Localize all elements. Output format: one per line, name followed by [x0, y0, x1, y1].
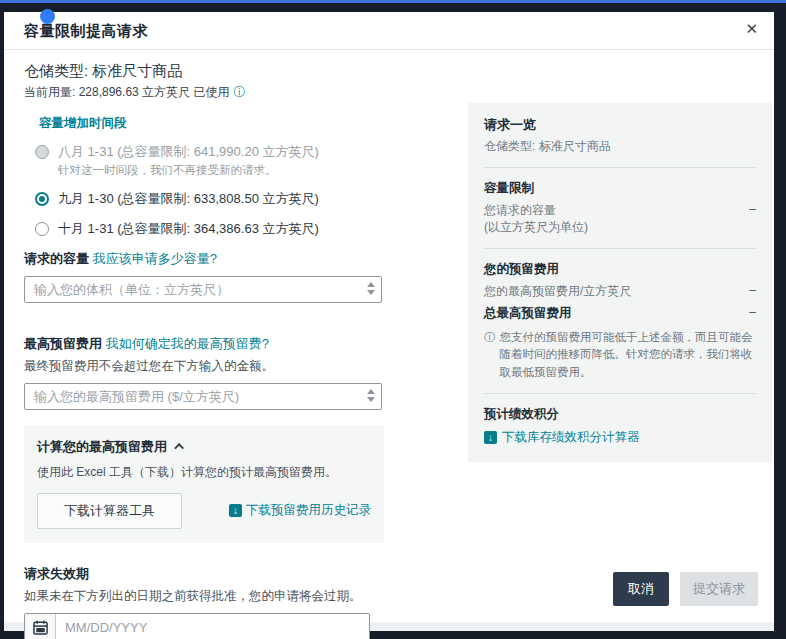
- current-usage-text: 当前用量: 228,896.63 立方英尺 已使用: [24, 84, 229, 101]
- info-icon: ⓘ: [484, 329, 496, 381]
- performance-calculator-link[interactable]: ↓ 下载库存绩效积分计算器: [484, 429, 756, 446]
- capacity-increase-dialog: 容量限制提高请求 ✕ 仓储类型: 标准尺寸商品 当前用量: 228,896.63…: [4, 12, 774, 622]
- expiry-label: 请求失效期: [24, 565, 424, 583]
- period-option-september[interactable]: 九月 1-30 (总容量限制: 633,808.50 立方英尺): [35, 191, 424, 207]
- collapse-chevron-icon[interactable]: [174, 443, 184, 453]
- capacity-limit-title: 容量限制: [484, 180, 756, 197]
- max-fee-stepper[interactable]: [367, 389, 375, 402]
- fee-history-link[interactable]: ↓ 下载预留费用历史记录: [229, 502, 371, 519]
- summary-row-sublabel: (以立方英尺为单位): [484, 219, 756, 236]
- fee-disclaimer: ⓘ 您支付的预留费用可能低于上述金额，而且可能会随着时间的推移而降低。针对您的请…: [484, 329, 756, 381]
- current-usage-line: 当前用量: 228,896.63 立方英尺 已使用 ⓘ: [24, 84, 424, 101]
- divider: [484, 393, 756, 394]
- radio-disabled-icon[interactable]: [35, 145, 49, 159]
- period-option-label: 九月 1-30 (总容量限制: 633,808.50 立方英尺): [58, 191, 319, 207]
- divider: [484, 167, 756, 168]
- period-option-october[interactable]: 十月 1-31 (总容量限制: 364,386.63 立方英尺): [35, 221, 424, 237]
- summary-row-value: –: [749, 283, 756, 297]
- fee-disclaimer-text: 您支付的预留费用可能低于上述金额，而且可能会随着时间的推移而降低。针对您的请求，…: [500, 329, 757, 381]
- period-option-note: 针对这一时间段，我们不再接受新的请求。: [58, 163, 319, 178]
- divider: [484, 248, 756, 249]
- period-radio-group: 八月 1-31 (总容量限制: 641,990.20 立方英尺) 针对这一时间段…: [35, 144, 424, 237]
- summary-row-label: 您请求的容量: [484, 202, 556, 219]
- radio-selected-icon[interactable]: [35, 192, 49, 206]
- requested-capacity-field: [24, 276, 382, 303]
- total-fee-summary-row: 总最高预留费用 –: [484, 305, 756, 322]
- max-fee-input[interactable]: [24, 383, 382, 410]
- calculator-box: 计算您的最高预留费用 使用此 Excel 工具（下载）计算您的预计最高预留费用。…: [24, 426, 384, 543]
- requested-capacity-summary-row: 您请求的容量 –: [484, 202, 756, 219]
- submit-request-button[interactable]: 提交请求: [680, 572, 758, 606]
- cancel-button[interactable]: 取消: [613, 572, 669, 606]
- download-icon: ↓: [229, 504, 242, 517]
- capacity-help-link[interactable]: 我应该申请多少容量?: [93, 251, 217, 266]
- max-fee-label-row: 最高预留费用 我如何确定我的最高预留费?: [24, 335, 424, 353]
- dialog-header: 容量限制提高请求 ✕: [4, 12, 774, 50]
- dialog-footer: 取消 提交请求: [613, 572, 758, 606]
- performance-title: 预计绩效积分: [484, 406, 756, 423]
- expiry-date-input[interactable]: [56, 614, 369, 639]
- max-fee-field: [24, 383, 382, 410]
- period-option-august[interactable]: 八月 1-31 (总容量限制: 641,990.20 立方英尺) 针对这一时间段…: [35, 144, 424, 178]
- summary-title: 请求一览: [484, 116, 756, 134]
- download-calculator-button[interactable]: 下载计算器工具: [37, 493, 182, 529]
- stepper-down-icon[interactable]: [367, 397, 375, 402]
- window-frame: 容量限制提高请求 ✕ 仓储类型: 标准尺寸商品 当前用量: 228,896.63…: [0, 0, 786, 639]
- download-icon: ↓: [484, 431, 497, 444]
- form-column: 仓储类型: 标准尺寸商品 当前用量: 228,896.63 立方英尺 已使用 ⓘ…: [24, 62, 424, 639]
- summary-row-value: –: [749, 202, 756, 216]
- calendar-icon[interactable]: [25, 614, 56, 639]
- expiry-section: 请求失效期 如果未在下方列出的日期之前获得批准，您的申请将会过期。: [24, 565, 424, 639]
- pointer-dot: [40, 9, 55, 24]
- dialog-title: 容量限制提高请求: [24, 22, 148, 39]
- max-fee-note: 最终预留费用不会超过您在下方输入的金额。: [24, 358, 424, 375]
- fee-history-link-label: 下载预留费用历史记录: [246, 502, 371, 519]
- calculator-title: 计算您的最高预留费用: [37, 438, 167, 456]
- max-fee-help-link[interactable]: 我如何确定我的最高预留费?: [106, 336, 269, 351]
- calculator-title-row: 计算您的最高预留费用: [37, 438, 371, 456]
- stepper-down-icon[interactable]: [367, 290, 375, 295]
- stepper-up-icon[interactable]: [367, 389, 375, 394]
- expiry-date-field: [24, 613, 370, 639]
- reservation-fee-title: 您的预留费用: [484, 261, 756, 278]
- top-accent-line: [0, 0, 786, 3]
- max-fee-summary-row: 您的最高预留费用/立方英尺 –: [484, 283, 756, 300]
- period-option-label: 十月 1-31 (总容量限制: 364,386.63 立方英尺): [58, 221, 319, 237]
- summary-row-label: 您的最高预留费用/立方英尺: [484, 283, 631, 300]
- requested-capacity-label: 请求的容量: [24, 251, 89, 266]
- radio-unselected-icon[interactable]: [35, 222, 49, 236]
- expiry-note: 如果未在下方列出的日期之前获得批准，您的申请将会过期。: [24, 588, 424, 605]
- calculator-description: 使用此 Excel 工具（下载）计算您的预计最高预留费用。: [37, 464, 371, 481]
- summary-row-value: –: [749, 305, 756, 319]
- stepper-up-icon[interactable]: [367, 282, 375, 287]
- info-icon[interactable]: ⓘ: [233, 84, 245, 101]
- requested-capacity-label-row: 请求的容量 我应该申请多少容量?: [24, 250, 424, 268]
- max-fee-label: 最高预留费用: [24, 336, 102, 351]
- requested-capacity-input[interactable]: [24, 276, 382, 303]
- period-option-label: 八月 1-31 (总容量限制: 641,990.20 立方英尺): [58, 144, 319, 160]
- storage-type-heading: 仓储类型: 标准尺寸商品: [24, 62, 424, 81]
- capacity-stepper[interactable]: [367, 282, 375, 295]
- period-section-label: 容量增加时间段: [39, 115, 424, 132]
- performance-link-label: 下载库存绩效积分计算器: [502, 429, 640, 446]
- calculator-actions: 下载计算器工具 ↓ 下载预留费用历史记录: [37, 493, 371, 529]
- summary-storage-type: 仓储类型: 标准尺寸商品: [484, 138, 756, 155]
- request-summary-panel: 请求一览 仓储类型: 标准尺寸商品 容量限制 您请求的容量 – (以立方英尺为单…: [468, 103, 772, 462]
- close-icon[interactable]: ✕: [745, 21, 758, 36]
- summary-row-label: 总最高预留费用: [484, 305, 572, 322]
